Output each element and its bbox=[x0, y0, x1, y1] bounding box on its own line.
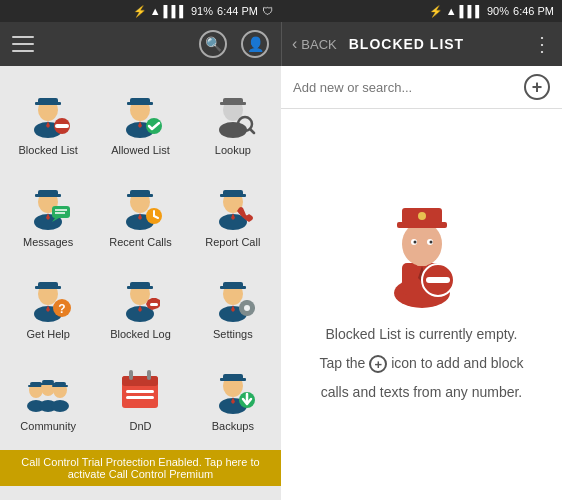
empty-line1: Blocked List is currently empty. bbox=[319, 324, 523, 345]
svg-rect-62 bbox=[245, 300, 248, 304]
empty-state-officer-illustration bbox=[372, 198, 472, 308]
grid-item-settings[interactable]: Settings bbox=[189, 260, 277, 348]
settings-icon bbox=[205, 268, 261, 324]
grid-label-messages: Messages bbox=[23, 236, 73, 248]
back-button[interactable]: ‹ BACK bbox=[292, 35, 337, 53]
svg-rect-44 bbox=[35, 286, 61, 289]
toolbar-left: 🔍 👤 bbox=[0, 22, 281, 66]
page-title: BLOCKED LIST bbox=[349, 36, 464, 52]
report-call-icon bbox=[205, 176, 261, 232]
svg-line-18 bbox=[250, 129, 254, 133]
person-icon[interactable]: 👤 bbox=[241, 30, 269, 58]
status-bar-left: ⚡ ▲ ▌▌▌ 91% 6:44 PM 🛡 bbox=[0, 0, 281, 22]
grid-item-community[interactable]: Community bbox=[4, 352, 92, 440]
svg-rect-77 bbox=[52, 385, 68, 387]
toolbar: 🔍 👤 ‹ BACK BLOCKED LIST ⋮ bbox=[0, 22, 562, 66]
svg-rect-51 bbox=[127, 286, 153, 289]
svg-rect-16 bbox=[220, 102, 246, 105]
svg-text:?: ? bbox=[58, 302, 65, 316]
svg-rect-65 bbox=[251, 307, 255, 310]
svg-rect-58 bbox=[220, 286, 246, 289]
search-bar: + bbox=[281, 66, 562, 109]
svg-point-98 bbox=[418, 212, 426, 220]
grid-label-blocked-list: Blocked List bbox=[19, 144, 78, 156]
svg-rect-80 bbox=[129, 370, 133, 380]
left-panel: Blocked List Allowed List bbox=[0, 66, 281, 500]
svg-rect-105 bbox=[426, 277, 450, 283]
status-bar-right: ⚡ ▲ ▌▌▌ 90% 6:46 PM bbox=[281, 0, 562, 22]
svg-rect-54 bbox=[150, 303, 158, 306]
more-options-button[interactable]: ⋮ bbox=[532, 32, 552, 56]
toolbar-action-icons: 🔍 👤 bbox=[199, 30, 269, 58]
status-icons-right: ⚡ ▲ ▌▌▌ bbox=[429, 5, 483, 18]
battery-left: 91% bbox=[191, 5, 213, 17]
trial-banner[interactable]: Call Control Trial Protection Enabled. T… bbox=[0, 450, 281, 486]
chevron-left-icon: ‹ bbox=[292, 35, 297, 53]
svg-rect-64 bbox=[239, 307, 243, 310]
svg-rect-39 bbox=[220, 194, 246, 197]
backups-icon bbox=[205, 360, 261, 416]
menu-button[interactable] bbox=[12, 36, 34, 52]
svg-rect-3 bbox=[35, 102, 61, 105]
grid-label-recent-calls: Recent Calls bbox=[109, 236, 171, 248]
lookup-icon bbox=[205, 84, 261, 140]
grid-item-recent-calls[interactable]: Recent Calls bbox=[96, 168, 184, 256]
search-input[interactable] bbox=[293, 80, 516, 95]
grid-item-allowed-list[interactable]: Allowed List bbox=[96, 76, 184, 164]
svg-point-61 bbox=[244, 305, 250, 311]
svg-rect-31 bbox=[127, 194, 153, 197]
grid-label-dnd: DnD bbox=[129, 420, 151, 432]
grid-label-lookup: Lookup bbox=[215, 144, 251, 156]
plus-icon-inline: + bbox=[369, 355, 387, 373]
grid-item-backups[interactable]: Backups bbox=[189, 352, 277, 440]
empty-state-text: Blocked List is currently empty. Tap the… bbox=[319, 324, 523, 411]
add-button[interactable]: + bbox=[524, 74, 550, 100]
empty-state: Blocked List is currently empty. Tap the… bbox=[281, 109, 562, 500]
battery-right: 90% bbox=[487, 5, 509, 17]
grid-item-lookup[interactable]: Lookup bbox=[189, 76, 277, 164]
main-content: Blocked List Allowed List bbox=[0, 66, 562, 500]
blocked-log-icon bbox=[112, 268, 168, 324]
grid-label-allowed-list: Allowed List bbox=[111, 144, 170, 156]
right-panel: + bbox=[281, 66, 562, 500]
status-icons-left: ⚡ ▲ ▌▌▌ bbox=[133, 5, 187, 18]
svg-point-74 bbox=[51, 400, 69, 412]
svg-point-95 bbox=[402, 222, 442, 266]
app-grid: Blocked List Allowed List bbox=[0, 66, 281, 450]
grid-item-messages[interactable]: Messages bbox=[4, 168, 92, 256]
grid-item-report-call[interactable]: Report Call bbox=[189, 168, 277, 256]
grid-label-community: Community bbox=[20, 420, 76, 432]
grid-label-settings: Settings bbox=[213, 328, 253, 340]
svg-rect-10 bbox=[127, 102, 153, 105]
svg-rect-6 bbox=[55, 124, 69, 128]
recent-calls-icon bbox=[112, 176, 168, 232]
back-label: BACK bbox=[301, 37, 336, 52]
banner-text: Call Control Trial Protection Enabled. T… bbox=[12, 456, 269, 480]
allowed-list-icon bbox=[112, 84, 168, 140]
svg-rect-73 bbox=[40, 383, 56, 385]
grid-item-dnd[interactable]: DnD bbox=[96, 352, 184, 440]
svg-rect-22 bbox=[35, 194, 61, 197]
toolbar-right: ‹ BACK BLOCKED LIST ⋮ bbox=[281, 22, 562, 66]
empty-line4: calls and texts from any number. bbox=[319, 382, 523, 403]
search-icon[interactable]: 🔍 bbox=[199, 30, 227, 58]
grid-label-blocked-log: Blocked Log bbox=[110, 328, 171, 340]
get-help-icon: ? bbox=[20, 268, 76, 324]
svg-rect-79 bbox=[122, 376, 158, 386]
grid-item-blocked-list[interactable]: Blocked List bbox=[4, 76, 92, 164]
blocked-list-icon bbox=[20, 84, 76, 140]
svg-rect-83 bbox=[126, 396, 154, 399]
time-left: 6:44 PM bbox=[217, 5, 258, 17]
svg-rect-82 bbox=[126, 390, 154, 393]
grid-label-get-help: Get Help bbox=[26, 328, 69, 340]
svg-rect-63 bbox=[245, 312, 248, 316]
grid-item-blocked-log[interactable]: Blocked Log bbox=[96, 260, 184, 348]
grid-label-backups: Backups bbox=[212, 420, 254, 432]
grid-label-report-call: Report Call bbox=[205, 236, 260, 248]
svg-point-102 bbox=[429, 241, 432, 244]
shield-icon: 🛡 bbox=[262, 5, 273, 17]
time-right: 6:46 PM bbox=[513, 5, 554, 17]
svg-point-101 bbox=[413, 241, 416, 244]
grid-item-get-help[interactable]: ? Get Help bbox=[4, 260, 92, 348]
dnd-icon bbox=[112, 360, 168, 416]
